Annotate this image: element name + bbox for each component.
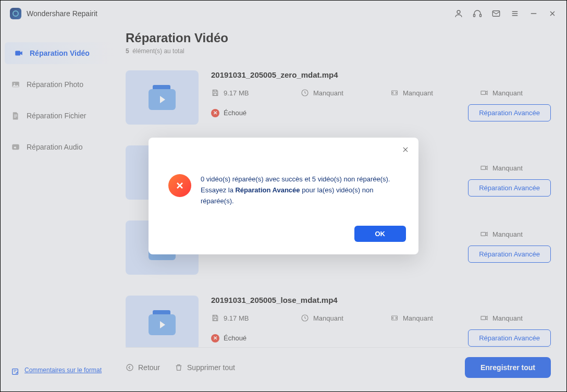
modal-error-icon [168, 174, 191, 197]
modal-close-button[interactable] [402, 146, 410, 154]
modal-overlay: 0 vidéo(s) réparée(s) avec succès et 5 v… [1, 1, 566, 391]
modal-message: 0 vidéo(s) réparée(s) avec succès et 5 v… [201, 174, 399, 206]
modal-ok-button[interactable]: OK [354, 226, 406, 242]
repair-result-modal: 0 vidéo(s) réparée(s) avec succès et 5 v… [149, 138, 418, 254]
